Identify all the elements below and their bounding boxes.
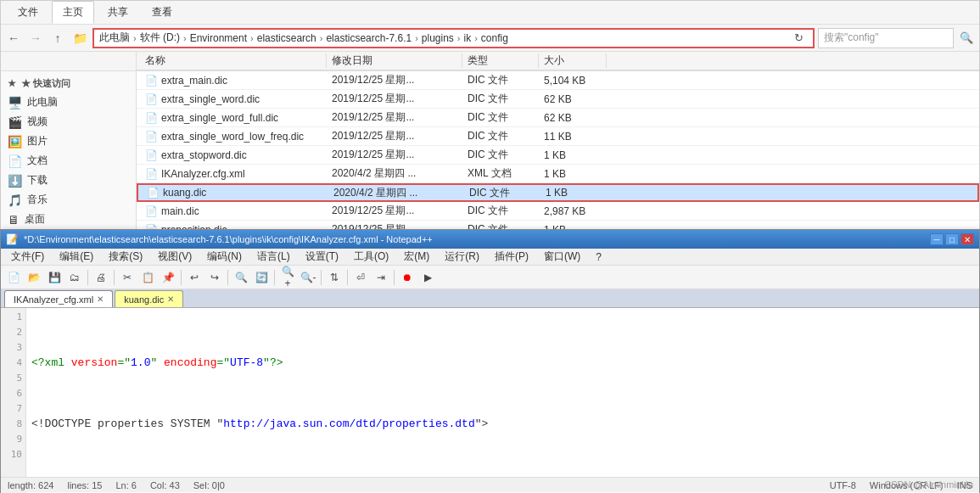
file-type: DIC 文件 (462, 73, 539, 87)
file-type: DIC 文件 (462, 110, 539, 125)
ribbon-tab-share[interactable]: 共享 (98, 2, 138, 23)
notepad-statusbar: length: 624 lines: 15 Ln: 6 Col: 43 Sel:… (1, 477, 979, 492)
sidebar-item-pc[interactable]: 🖥️ 此电脑 (1, 92, 136, 112)
file-row[interactable]: 📄extra_single_word_low_freq.dic 2019/12/… (137, 127, 979, 146)
col-header-size[interactable]: 大小 (539, 53, 607, 68)
up-button[interactable]: ↑ (48, 29, 67, 48)
toolbar-zoom-in[interactable]: 🔍+ (278, 268, 297, 287)
maximize-button[interactable]: □ (945, 233, 959, 245)
file-icon: 📄 (145, 168, 158, 180)
status-encoding: UTF-8 (830, 480, 856, 490)
file-type: DIC 文件 (462, 148, 539, 162)
toolbar-macro-play[interactable]: ▶ (418, 268, 437, 287)
sidebar-item-downloads[interactable]: ⬇️ 下载 (1, 171, 136, 190)
menu-search[interactable]: 搜索(S) (102, 248, 149, 266)
file-row[interactable]: 📄extra_single_word_full.dic 2019/12/25 星… (137, 109, 979, 127)
file-size: 62 KB (539, 93, 607, 105)
file-date: 2019/12/25 星期... (327, 92, 462, 106)
file-row[interactable]: 📄extra_stopword.dic 2019/12/25 星期... DIC… (137, 146, 979, 165)
status-lines: lines: 15 (67, 480, 102, 490)
refresh-button[interactable]: ↻ (789, 29, 808, 48)
tab-kuang[interactable]: kuang.dic ✕ (115, 290, 183, 307)
menu-help[interactable]: ? (589, 249, 608, 265)
col-header-name[interactable]: 名称 (140, 53, 327, 68)
status-col: Col: 43 (150, 480, 180, 490)
file-row[interactable]: 📄IKAnalyzer.cfg.xml 2020/4/2 星期四 ... XML… (137, 165, 979, 183)
toolbar-redo[interactable]: ↪ (205, 268, 224, 287)
sidebar-item-music[interactable]: 🎵 音乐 (1, 190, 136, 210)
sidebar-quick-access[interactable]: ★ ★ 快速访问 (1, 75, 136, 92)
sidebar-item-documents[interactable]: 📄 文档 (1, 151, 136, 171)
notepad-titlebar: 📝 *D:\Environment\elasticsearch\elastics… (1, 230, 979, 249)
toolbar-sep7 (347, 270, 348, 285)
ribbon-tab-view[interactable]: 查看 (142, 2, 182, 23)
toolbar-sync-scroll[interactable]: ⇅ (325, 268, 344, 287)
menu-run[interactable]: 运行(R) (438, 248, 486, 266)
tab-ikanalyzer-close[interactable]: ✕ (97, 294, 104, 304)
toolbar-print[interactable]: 🖨 (92, 268, 110, 287)
explorer-window: 文件 主页 共享 查看 ← → ↑ 📁 此电脑 › 软件 (D:) › Envi… (0, 0, 980, 236)
status-ln: Ln: 6 (115, 480, 136, 490)
toolbar-find[interactable]: 🔍 (232, 268, 250, 287)
ribbon-tab-file[interactable]: 文件 (8, 2, 48, 23)
menu-settings[interactable]: 设置(T) (299, 248, 345, 266)
menu-encoding[interactable]: 编码(N) (200, 248, 249, 266)
menu-language[interactable]: 语言(L) (250, 248, 297, 266)
col-header-type[interactable]: 类型 (462, 53, 539, 68)
col-header-date[interactable]: 修改日期 (327, 53, 462, 68)
menu-plugins[interactable]: 插件(P) (488, 248, 535, 266)
line-numbers: 1 2 3 4 5 6 7 8 9 10 (1, 308, 26, 493)
toolbar-replace[interactable]: 🔄 (252, 268, 271, 287)
menu-edit[interactable]: 编辑(E) (53, 248, 100, 266)
file-type: DIC 文件 (462, 129, 539, 143)
search-icon-button[interactable]: 🔍 (957, 29, 976, 48)
toolbar-save[interactable]: 💾 (45, 268, 64, 287)
toolbar-zoom-out[interactable]: 🔍- (299, 268, 317, 287)
minimize-button[interactable]: ─ (930, 233, 944, 245)
tab-kuang-close[interactable]: ✕ (167, 294, 174, 304)
toolbar-paste[interactable]: 📌 (159, 268, 177, 287)
menu-window[interactable]: 窗口(W) (537, 248, 587, 266)
toolbar-sep3 (181, 270, 182, 285)
sidebar-item-desktop[interactable]: 🖥 桌面 (1, 210, 136, 229)
back-button[interactable]: ← (4, 29, 23, 48)
toolbar-open[interactable]: 📂 (25, 268, 43, 287)
menu-tools[interactable]: 工具(O) (347, 248, 395, 266)
toolbar-save-all[interactable]: 🗂 (65, 268, 84, 287)
forward-button[interactable]: → (26, 29, 45, 48)
close-button[interactable]: ✕ (960, 233, 974, 245)
file-name: 📄extra_single_word_low_freq.dic (140, 131, 327, 143)
file-row[interactable]: 📄kuang.dic 2020/4/2 星期四 ... DIC 文件 1 KB (137, 183, 979, 202)
toolbar-new[interactable]: 📄 (4, 268, 23, 287)
file-icon: 📄 (145, 93, 158, 105)
toolbar-indent[interactable]: ⇥ (372, 268, 390, 287)
tab-ikanalyzer-label: IKAnalyzer_cfg.xml (14, 294, 93, 305)
ribbon-tab-home[interactable]: 主页 (52, 1, 94, 24)
sidebar-item-video[interactable]: 🎬 视频 (1, 112, 136, 132)
line-num-7: 7 (1, 401, 25, 417)
sidebar-item-pictures[interactable]: 🖼️ 图片 (1, 132, 136, 151)
menu-view[interactable]: 视图(V) (151, 248, 199, 266)
toolbar-copy[interactable]: 📋 (138, 268, 157, 287)
toolbar-sep1 (87, 270, 88, 285)
tab-ikanalyzer[interactable]: IKAnalyzer_cfg.xml ✕ (4, 290, 113, 307)
menu-file[interactable]: 文件(F) (4, 248, 51, 266)
address-bar[interactable]: 此电脑 › 软件 (D:) › Environment › elasticsea… (92, 28, 815, 48)
file-row[interactable]: 📄extra_main.dic 2019/12/25 星期... DIC 文件 … (137, 71, 979, 90)
file-icon: 📄 (145, 75, 158, 87)
line-num-5: 5 (1, 371, 25, 386)
toolbar-cut[interactable]: ✂ (118, 268, 137, 287)
addr-pc: 此电脑 (99, 31, 130, 45)
file-row[interactable]: 📄main.dic 2019/12/25 星期... DIC 文件 2,987 … (137, 202, 979, 221)
file-date: 2019/12/25 星期... (327, 110, 462, 125)
toolbar-undo[interactable]: ↩ (185, 268, 204, 287)
menu-macro[interactable]: 宏(M) (397, 248, 436, 266)
code-content[interactable]: <?xml version="1.0" encoding="UTF-8"?> <… (26, 308, 979, 493)
addr-es761: elasticsearch-7.6.1 (326, 32, 412, 44)
search-bar[interactable]: 搜索"config" (818, 28, 954, 48)
code-editor[interactable]: 1 2 3 4 5 6 7 8 9 10 <?xml version="1.0"… (1, 308, 979, 493)
file-row[interactable]: 📄extra_single_word.dic 2019/12/25 星期... … (137, 90, 979, 109)
toolbar-wrap[interactable]: ⏎ (351, 268, 370, 287)
toolbar-macro-rec[interactable]: ⏺ (398, 268, 417, 287)
search-placeholder: 搜索"config" (824, 31, 879, 45)
